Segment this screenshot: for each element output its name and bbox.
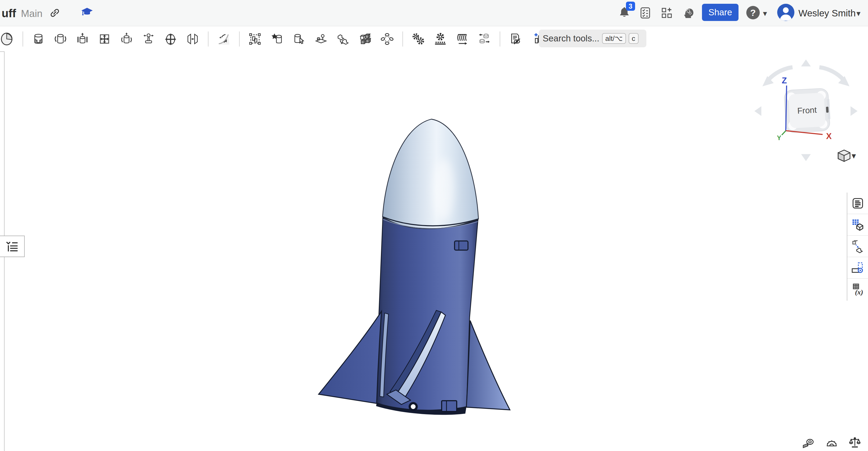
- variables-glyph: (x): [855, 288, 863, 296]
- mirror-icon[interactable]: [186, 32, 199, 46]
- tape-measure-icon[interactable]: [802, 436, 815, 449]
- loft-icon[interactable]: [98, 32, 111, 46]
- rib-knob-icon[interactable]: [142, 32, 155, 46]
- tasks-checklist-icon[interactable]: [639, 6, 652, 19]
- top-header-bar: uff Main 3 Share ? ▾ Wesley Smith ▾: [0, 0, 868, 26]
- x-axis-label: X: [826, 132, 832, 141]
- search-placeholder: Search tools...: [542, 33, 599, 44]
- toolbar-divider: [23, 31, 23, 47]
- hide-features-doc-icon[interactable]: [509, 32, 522, 46]
- sheet-metal-panel-icon[interactable]: [847, 257, 868, 279]
- feature-toolbar: [0, 26, 868, 52]
- protractor-icon[interactable]: [825, 437, 838, 450]
- rotate-left-arrow[interactable]: [754, 106, 761, 116]
- feature-list-toggle-icon: [4, 239, 20, 255]
- help-caret-down-icon[interactable]: ▾: [763, 9, 767, 18]
- move-face-icon[interactable]: [164, 32, 177, 46]
- avatar[interactable]: [777, 4, 795, 21]
- custom-star-part-icon[interactable]: [270, 32, 284, 46]
- workspace-main-label[interactable]: Main: [21, 8, 42, 19]
- spring-icon[interactable]: [456, 32, 469, 46]
- toolbar-divider: [402, 31, 403, 47]
- rotate-right-arrow[interactable]: [850, 106, 858, 116]
- rocket-model[interactable]: [296, 113, 537, 430]
- help-icon[interactable]: ?: [746, 6, 760, 19]
- front-face-label[interactable]: Front: [797, 105, 817, 116]
- configurations-panel-icon[interactable]: [847, 214, 868, 235]
- derived-parts-panel-icon[interactable]: [847, 235, 868, 257]
- rotate-down-arrow[interactable]: [801, 154, 811, 161]
- helix-icon[interactable]: [120, 32, 133, 46]
- transform-icon[interactable]: [248, 32, 262, 46]
- ai-head-gears-icon[interactable]: [682, 6, 695, 19]
- view-cube-front-face[interactable]: Front: [784, 88, 831, 133]
- explode-parts-icon[interactable]: [380, 32, 394, 46]
- derive-transfer-icon[interactable]: [336, 32, 350, 46]
- search-tools-input[interactable]: Search tools... alt/⌥ c: [539, 30, 646, 47]
- user-caret-down-icon[interactable]: ▾: [857, 9, 861, 18]
- notification-count-badge: 3: [626, 2, 635, 11]
- graduation-cap-icon[interactable]: [81, 6, 93, 19]
- document-title: uff: [2, 7, 16, 20]
- shortcut-key-alt: alt/⌥: [602, 33, 626, 44]
- feature-tree-toggle-button[interactable]: [0, 235, 25, 257]
- sweep-icon[interactable]: [76, 32, 89, 46]
- right-side-panel: (x): [847, 193, 868, 301]
- link-icon[interactable]: [49, 6, 61, 19]
- variables-panel-icon[interactable]: (x): [847, 279, 868, 300]
- cylinder-transfer-icon[interactable]: [478, 32, 491, 46]
- view-mode-caret-down-icon[interactable]: ▾: [851, 150, 856, 161]
- y-axis-label: Y: [777, 134, 781, 141]
- apps-grid-plus-icon[interactable]: [660, 6, 673, 19]
- fillet-icon[interactable]: [217, 32, 230, 46]
- cad-app-window: uff Main 3 Share ? ▾ Wesley Smith ▾ Sear…: [0, 0, 868, 451]
- gear-rack-icon[interactable]: [434, 32, 447, 46]
- z-axis-label: Z: [782, 76, 787, 85]
- user-name[interactable]: Wesley Smith: [799, 8, 856, 19]
- rotate-up-arrow[interactable]: [801, 59, 811, 66]
- feature-list-panel-icon[interactable]: [847, 193, 868, 214]
- toolbar-divider: [500, 31, 500, 47]
- revolve-icon[interactable]: [54, 32, 67, 46]
- toolbar-divider: [208, 31, 209, 47]
- extrude-cylinder-icon[interactable]: [32, 32, 45, 46]
- sketch-pie-icon[interactable]: [1, 32, 14, 46]
- select-part-icon[interactable]: [292, 32, 306, 46]
- mass-properties-scale-icon[interactable]: [848, 436, 861, 449]
- pattern-cubes-icon[interactable]: [359, 32, 372, 46]
- shortcut-key-c: c: [629, 33, 639, 44]
- gears-pair-icon[interactable]: [411, 32, 425, 46]
- share-button[interactable]: Share: [702, 4, 739, 21]
- toolbar-divider: [239, 31, 240, 47]
- assembly-block-icon[interactable]: [314, 32, 328, 46]
